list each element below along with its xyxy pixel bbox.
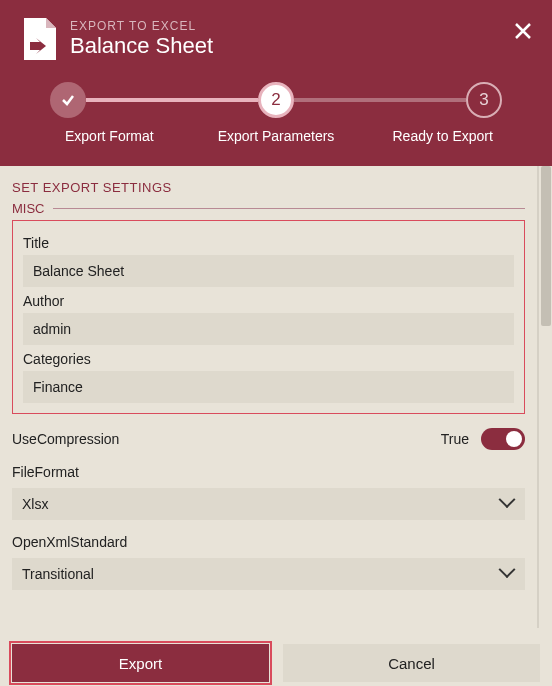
usecompression-label: UseCompression [12,431,441,447]
fileformat-select[interactable]: Xlsx [12,488,525,520]
step-label-2: Export Parameters [193,128,360,144]
title-label: Title [23,235,514,251]
step-label-3: Ready to Export [359,128,526,144]
header: EXPORT TO EXCEL Balance Sheet 2 3 Export… [0,0,552,166]
close-button[interactable] [514,22,532,44]
footer: Export Cancel [0,628,552,686]
export-file-icon [22,18,56,60]
fileformat-label: FileFormat [12,464,525,480]
close-icon [514,22,532,40]
settings-panel: SET EXPORT SETTINGS MISC Title Author Ca… [0,166,538,628]
openxml-label: OpenXmlStandard [12,534,525,550]
group-label-misc: MISC [12,201,45,216]
author-input[interactable] [23,313,514,345]
wizard-steps: 2 3 [22,82,530,118]
check-icon [60,92,76,108]
cancel-button[interactable]: Cancel [283,644,540,682]
step-label-1: Export Format [26,128,193,144]
section-heading: SET EXPORT SETTINGS [12,180,525,195]
header-title: Balance Sheet [70,33,213,59]
highlighted-group: Title Author Categories [12,220,525,414]
step-1[interactable] [50,82,86,118]
title-input[interactable] [23,255,514,287]
step-3[interactable]: 3 [466,82,502,118]
scroll-thumb[interactable] [541,166,551,326]
export-button[interactable]: Export [12,644,269,682]
openxml-select[interactable]: Transitional [12,558,525,590]
categories-input[interactable] [23,371,514,403]
step-line-2 [294,98,466,102]
step-line-1 [86,98,258,102]
scrollbar[interactable] [538,166,552,628]
header-subtitle: EXPORT TO EXCEL [70,19,213,33]
author-label: Author [23,293,514,309]
usecompression-value: True [441,431,469,447]
categories-label: Categories [23,351,514,367]
step-2[interactable]: 2 [258,82,294,118]
usecompression-toggle[interactable] [481,428,525,450]
